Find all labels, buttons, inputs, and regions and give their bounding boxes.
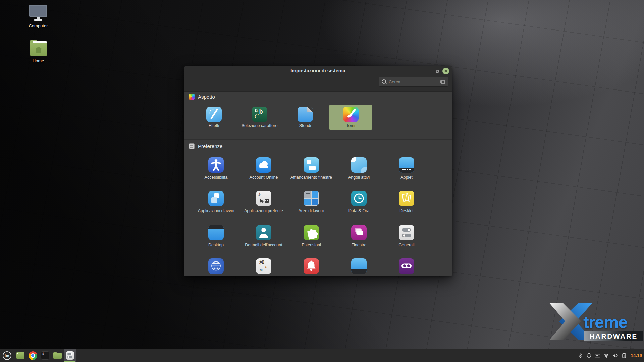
privacy-icon [399, 258, 414, 274]
top-strip [208, 225, 224, 229]
settings-item-affiancamento-finestre[interactable]: Affiancamento finestre [287, 157, 335, 191]
settings-item-effetti[interactable]: Effetti [193, 105, 235, 130]
settings-item-dettagli-account[interactable]: Dettagli dell'account [240, 225, 287, 258]
search-input[interactable]: Cerca [379, 77, 448, 87]
desktop-icon-label: Computer [21, 23, 56, 28]
settings-item-applicazioni-avvio[interactable]: Applicazioni d'avvio [192, 191, 240, 225]
settings-item-accessibilita[interactable]: Accessibilità [192, 157, 240, 191]
font-glyph-b: b [259, 108, 263, 115]
workspace [312, 199, 318, 205]
watermark-treme-text: treme [583, 313, 627, 332]
clear-search-icon[interactable] [440, 80, 445, 84]
system-tray: 14.19 [577, 349, 642, 362]
volume-icon[interactable] [612, 353, 618, 358]
system-settings-taskbar-active[interactable] [64, 349, 76, 362]
account-details-icon [256, 225, 271, 240]
settings-item-temi-selected[interactable]: Temi [329, 105, 372, 130]
wifi-icon[interactable] [603, 353, 609, 358]
watermark-hardware-text: HARDWARE [584, 331, 643, 341]
terminal-launcher[interactable]: $_ [39, 349, 51, 362]
desktop-icon-computer[interactable]: Computer [21, 5, 56, 28]
scroll-cut-indicator [186, 273, 449, 273]
accessibility-icon [208, 157, 224, 173]
settings-item-label: Sfondi [299, 123, 311, 128]
settings-item-generali[interactable]: Generali [383, 225, 430, 258]
wand-glyph [206, 107, 222, 122]
settings-item-row4-3[interactable] [287, 258, 335, 276]
preferenze-items: Accessibilità Account Online Affiancamen… [192, 157, 432, 276]
files-icon [53, 352, 62, 359]
minimize-button[interactable] [428, 71, 432, 71]
maximize-button[interactable] [436, 70, 439, 73]
battery-icon[interactable] [621, 353, 627, 358]
settings-item-sfondi[interactable]: Sfondi [284, 105, 326, 130]
settings-item-desklet[interactable]: Desklet [383, 191, 430, 225]
search-icon [382, 79, 386, 84]
backgrounds-icon [298, 107, 313, 122]
settings-item-row4-2[interactable]: 和 ฆ ε [240, 258, 287, 276]
shield-icon[interactable] [586, 353, 592, 358]
settings-item-row4-5[interactable] [383, 258, 430, 276]
chrome-launcher[interactable] [26, 349, 39, 362]
search-placeholder: Cerca [389, 79, 437, 84]
desktop: Computer Home Impostazioni di sistema Ce… [0, 0, 644, 362]
settings-item-label: Selezione carattere [241, 123, 278, 128]
ime-glyph: ε [265, 264, 267, 269]
window-title: Impostazioni di sistema [184, 68, 452, 73]
settings-item-applicazioni-preferite[interactable]: ♪ Applicazioni preferite [240, 191, 287, 225]
xtreme-hardware-watermark: treme HARDWARE [549, 303, 643, 342]
font-selection-icon: a b C [252, 107, 267, 122]
toggle-knob [402, 234, 406, 237]
settings-item-label: Finestre [351, 243, 366, 248]
computer-monitor-icon [29, 5, 48, 21]
settings-item-label: Effetti [209, 123, 219, 128]
music-note-glyph: ♪ [258, 191, 261, 198]
settings-item-angoli-attivi[interactable]: Angoli attivi [335, 157, 383, 191]
paintbrush-glyph [343, 107, 359, 122]
settings-item-row4-4[interactable] [335, 258, 383, 276]
general-icon [399, 225, 414, 240]
settings-item-selezione-carattere[interactable]: a b C Selezione carattere [238, 105, 281, 130]
appearance-section-icon [189, 94, 195, 100]
window-tiling-icon [304, 157, 319, 173]
themes-icon [343, 107, 359, 122]
settings-item-label: Applet [400, 175, 412, 180]
tile-wide [309, 166, 316, 170]
files-launcher[interactable] [51, 349, 64, 362]
show-desktop-button[interactable] [14, 349, 26, 362]
font-glyph-a: a [255, 107, 258, 113]
taskbar-clock[interactable]: 14.19 [631, 353, 642, 358]
workspace [304, 199, 311, 205]
corner-highlight [351, 157, 356, 162]
settings-item-data-ora[interactable]: Data & Ora [335, 191, 383, 225]
nvidia-icon[interactable] [595, 353, 600, 358]
extensions-icon [304, 225, 319, 240]
workspace-active [304, 191, 311, 198]
corner-highlight [361, 167, 367, 173]
online-accounts-icon [256, 157, 271, 173]
close-button[interactable] [442, 68, 449, 74]
settings-item-account-online[interactable]: Account Online [240, 157, 287, 191]
settings-item-label: Angoli attivi [348, 175, 370, 180]
show-desktop-icon [16, 352, 24, 359]
panel-strip [399, 168, 414, 173]
settings-item-label: Dettagli dell'account [245, 243, 282, 248]
square-front [211, 197, 217, 203]
workspaces-icon [304, 191, 319, 206]
window-layer [357, 231, 363, 235]
toggle [402, 228, 411, 232]
tile-small [307, 160, 311, 164]
desktop-icon-home[interactable]: Home [21, 40, 56, 63]
settings-item-aree-di-lavoro[interactable]: Aree di lavoro [287, 191, 335, 225]
windows-icon [351, 225, 367, 240]
settings-item-label: Temi [346, 123, 355, 128]
settings-item-label: Aree di lavoro [298, 208, 324, 214]
bluetooth-icon[interactable] [577, 353, 583, 358]
settings-item-applet[interactable]: Applet [383, 157, 430, 191]
settings-item-finestre[interactable]: Finestre [335, 225, 383, 258]
window-header[interactable]: Impostazioni di sistema Cerca [184, 66, 452, 92]
settings-item-desktop[interactable]: Desktop [192, 225, 240, 258]
settings-item-row4-1[interactable] [192, 258, 240, 276]
mint-menu-button[interactable]: lm [0, 349, 14, 362]
settings-item-estensioni[interactable]: Estensioni [287, 225, 335, 258]
